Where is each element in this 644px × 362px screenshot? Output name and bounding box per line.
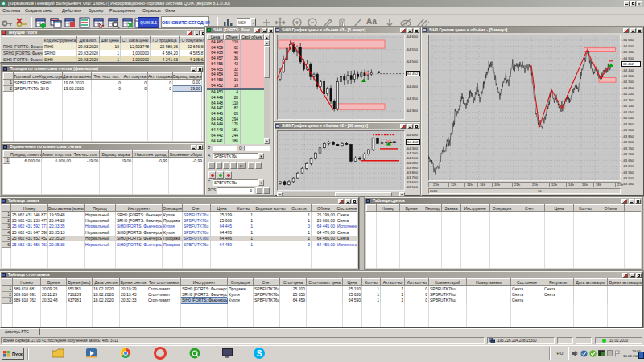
svg-text:S: S: [257, 349, 262, 358]
